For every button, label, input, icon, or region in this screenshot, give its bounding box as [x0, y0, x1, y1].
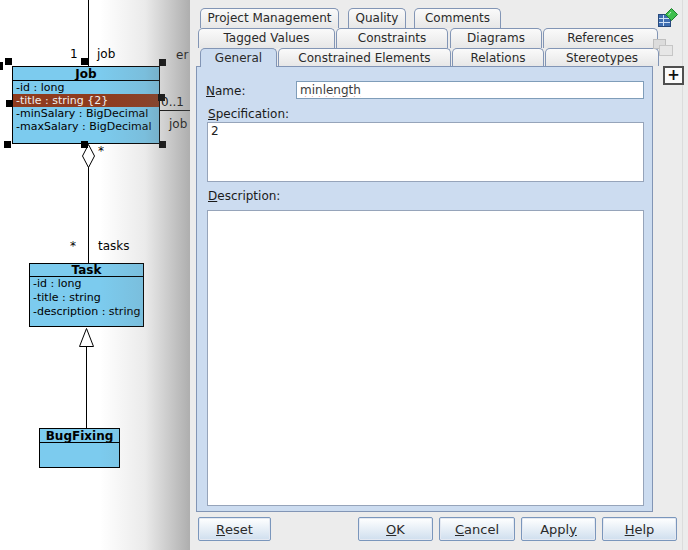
association-line-top[interactable] [88, 0, 89, 66]
role-label[interactable]: job [97, 47, 115, 61]
tab-tagged-values[interactable]: Tagged Values [198, 28, 335, 48]
role-label[interactable]: job [169, 117, 187, 131]
ok-button-post: K [396, 522, 405, 537]
help-button-mnemonic: H [625, 522, 635, 537]
name-input[interactable] [296, 81, 644, 99]
cancel-button-mnemonic: C [455, 522, 464, 537]
tab-constrained-elements[interactable]: Constrained Elements [278, 48, 451, 66]
selection-handle[interactable] [158, 94, 165, 101]
apply-button[interactable]: Apply [521, 517, 596, 541]
job-class[interactable]: Job -id : long -title : string {2} -minS… [12, 66, 160, 144]
multiplicity-label[interactable]: 1 [70, 47, 78, 61]
specification-label: Specification: [208, 107, 289, 121]
help-button[interactable]: Help [602, 517, 677, 541]
bugfixing-class-name: BugFixing [40, 429, 119, 443]
clipped-role-label[interactable]: er [176, 48, 188, 62]
expand-button[interactable]: + [663, 66, 684, 85]
multiplicity-label[interactable]: * [98, 144, 104, 158]
selection-handle[interactable] [81, 58, 88, 65]
description-label-mnemonic: D [208, 189, 217, 203]
task-attribute-id[interactable]: -id : long [30, 277, 143, 291]
tab-project-management[interactable]: Project Management [200, 8, 339, 28]
task-class-name: Task [30, 264, 143, 277]
bugfixing-class[interactable]: BugFixing [39, 428, 120, 468]
properties-dialog: Project Management Quality Comments Tagg… [190, 0, 688, 550]
task-class[interactable]: Task -id : long -title : string -descrip… [29, 263, 144, 327]
job-attribute-minsalary[interactable]: -minSalary : BigDecimal [13, 107, 159, 120]
ok-button[interactable]: OK [358, 517, 433, 541]
tab-general[interactable]: General [200, 48, 277, 67]
aggregation-line[interactable] [88, 166, 89, 263]
generalization-triangle-icon[interactable] [79, 328, 94, 347]
task-attribute-description[interactable]: -description : string [30, 305, 143, 319]
task-attribute-title[interactable]: -title : string [30, 291, 143, 305]
description-label-text: escription: [217, 189, 280, 203]
name-label-text: ame: [215, 84, 245, 98]
ok-button-mnemonic: O [386, 522, 396, 537]
cancel-button[interactable]: Cancel [439, 517, 515, 541]
diagram-canvas[interactable]: 1 job er 0..1 job * * tasks Job -id : lo… [0, 0, 190, 550]
reset-button-mnemonic: R [216, 522, 225, 537]
selection-handle[interactable] [159, 141, 166, 148]
tab-quality[interactable]: Quality [348, 8, 406, 28]
specification-textarea[interactable]: 2 [207, 122, 644, 182]
tab-stereotypes[interactable]: Stereotypes [545, 48, 659, 66]
tab-diagrams[interactable]: Diagrams [450, 28, 542, 48]
tab-constraints[interactable]: Constraints [336, 28, 448, 48]
name-label-mnemonic: N [206, 84, 215, 98]
copy-icon-disabled [652, 37, 674, 58]
general-tab-panel: Name: Specification: 2 Description: [196, 66, 653, 512]
new-item-icon[interactable] [658, 8, 678, 28]
description-label: Description: [208, 189, 280, 203]
job-class-name: Job [13, 67, 159, 81]
cancel-button-post: ancel [464, 522, 499, 537]
specification-label-text: pecification: [216, 107, 289, 121]
edge-tick [0, 62, 3, 70]
job-attribute-title-selected[interactable]: -title : string {2} [13, 94, 159, 107]
apply-button-pre: Appl [540, 522, 569, 537]
selection-handle[interactable] [159, 59, 166, 66]
selection-handle[interactable] [4, 141, 11, 148]
application-window: 1 job er 0..1 job * * tasks Job -id : lo… [0, 0, 688, 550]
reset-button[interactable]: Reset [198, 517, 271, 541]
generalization-line[interactable] [86, 347, 87, 428]
tab-relations[interactable]: Relations [452, 48, 544, 66]
role-label[interactable]: tasks [98, 239, 130, 253]
help-button-post: elp [634, 522, 654, 537]
tab-references[interactable]: References [543, 28, 658, 48]
description-textarea[interactable] [207, 210, 644, 506]
name-label: Name: [206, 84, 245, 98]
association-line-right[interactable] [160, 110, 190, 111]
selection-handle[interactable] [6, 100, 13, 107]
selection-handle[interactable] [5, 58, 12, 65]
tab-comments[interactable]: Comments [414, 8, 501, 28]
selection-handle[interactable] [81, 141, 88, 148]
job-attribute-id[interactable]: -id : long [13, 81, 159, 94]
reset-button-post: eset [225, 522, 253, 537]
specification-label-mnemonic: S [208, 107, 216, 121]
apply-button-mnemonic: y [569, 522, 577, 537]
job-attribute-maxsalary[interactable]: -maxSalary : BigDecimal [13, 120, 159, 133]
multiplicity-label[interactable]: * [70, 239, 76, 253]
